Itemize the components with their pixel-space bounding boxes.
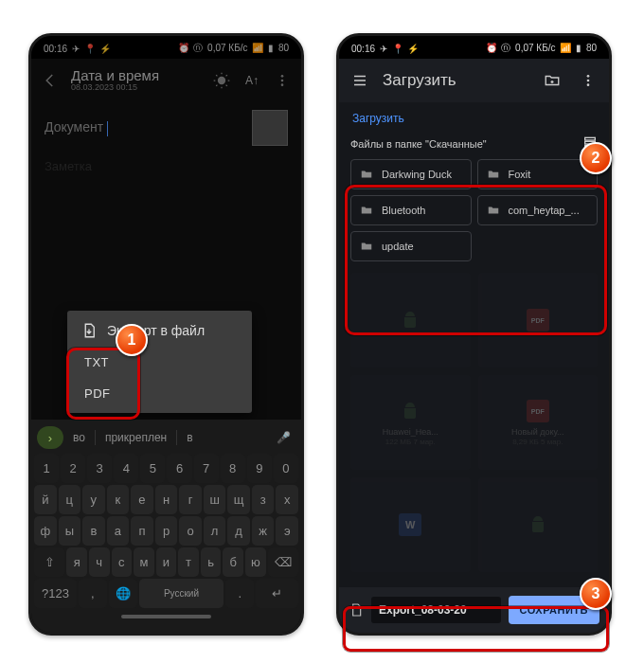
suggestion-go-icon[interactable]: › (37, 426, 63, 449)
file-tile[interactable]: PDF (478, 273, 599, 367)
signal-icon: ▮ (576, 43, 581, 53)
export-option-pdf[interactable]: PDF (67, 378, 252, 409)
key-ц[interactable]: ц (59, 485, 81, 514)
callout-2-badge: 2 (580, 142, 612, 174)
key-ф[interactable]: ф (34, 516, 57, 546)
svg-point-5 (587, 80, 590, 82)
new-folder-icon[interactable] (539, 67, 565, 94)
key-,[interactable]: , (79, 579, 107, 608)
key-3[interactable]: 3 (87, 454, 112, 483)
wifi-icon: 📶 (560, 43, 571, 53)
callout-3-badge: 3 (580, 578, 612, 610)
key-р[interactable]: р (155, 516, 178, 546)
key-я[interactable]: я (66, 547, 87, 577)
file-tile[interactable]: W (350, 477, 471, 572)
svg-point-4 (587, 75, 590, 78)
mic-icon[interactable]: 🎤 (277, 431, 298, 444)
key-9[interactable]: 9 (247, 454, 272, 483)
key-д[interactable]: д (227, 516, 250, 546)
key-ю[interactable]: ю (245, 547, 266, 577)
key-щ[interactable]: щ (227, 485, 250, 514)
key-0[interactable]: 0 (274, 454, 298, 483)
key-ж[interactable]: ж (252, 516, 275, 546)
file-picker-header: Загрузить (339, 59, 609, 102)
key-л[interactable]: л (204, 516, 226, 546)
flash-icon: ⚡ (407, 44, 419, 54)
folder-grid: Darkwing DuckFoxitBluetoothcom_heytap_..… (350, 159, 598, 261)
key-⌫[interactable]: ⌫ (268, 547, 298, 577)
file-tile[interactable]: Huawei_Hea...122 МБ 7 мар. (350, 375, 471, 470)
suggestion-1[interactable]: во (63, 431, 95, 444)
key-2[interactable]: 2 (61, 454, 85, 483)
key-7[interactable]: 7 (194, 454, 219, 483)
key-и[interactable]: и (156, 547, 177, 577)
key-к[interactable]: к (107, 485, 130, 514)
file-icon (349, 601, 364, 618)
key-🌐[interactable]: 🌐 (109, 579, 137, 608)
key-э[interactable]: э (276, 516, 298, 546)
telegram-icon: ✈ (380, 44, 387, 54)
key-б[interactable]: б (223, 547, 243, 577)
key-е[interactable]: е (131, 485, 153, 514)
file-tile[interactable] (478, 477, 599, 572)
filename-field[interactable]: Export_08-03-20 (371, 597, 501, 623)
key-г[interactable]: г (179, 485, 202, 514)
key-й[interactable]: й (34, 485, 57, 514)
alarm-icon: ⏰ (486, 43, 497, 53)
file-picker-title: Загрузить (383, 71, 529, 90)
status-time: 00:16 (351, 44, 375, 54)
key-п[interactable]: п (131, 516, 153, 546)
location-icon: 📍 (392, 44, 403, 54)
svg-rect-7 (585, 137, 596, 140)
key-ш[interactable]: ш (204, 485, 226, 514)
folder-item[interactable]: com_heytap_... (477, 195, 599, 225)
hamburger-menu-icon[interactable] (347, 67, 373, 94)
nav-bar (34, 610, 298, 623)
key-1[interactable]: 1 (34, 454, 59, 483)
file-picker-footer: Export_08-03-20 СОХРАНИТЬ (339, 587, 609, 633)
phone-left: 00:16 ✈ 📍 ⚡ ⏰ ⓝ 0,07 КБ/с 📶 ▮ 80 Дата и … (28, 33, 304, 636)
file-tile[interactable]: PDFНовый доку...8,29 КБ 5 мар. (478, 375, 599, 470)
key-о[interactable]: о (179, 516, 202, 546)
key-в[interactable]: в (82, 516, 105, 546)
key-ь[interactable]: ь (201, 547, 222, 577)
status-bar: 00:16 ✈ 📍 ⚡ ⏰ ⓝ 0,07 КБ/с 📶 ▮ 80 (339, 36, 609, 59)
file-grid: PDFHuawei_Hea...122 МБ 7 мар.PDFНовый до… (350, 273, 598, 572)
key-м[interactable]: м (134, 547, 154, 577)
key-↵[interactable]: ↵ (256, 579, 298, 608)
export-option-txt[interactable]: TXT (67, 347, 252, 378)
file-picker-body: Загрузить Файлы в папке "Скачанные" Dark… (339, 102, 609, 595)
suggestion-3[interactable]: в (177, 431, 202, 444)
key-4[interactable]: 4 (114, 454, 138, 483)
key-⇧[interactable]: ⇧ (34, 547, 64, 577)
key-х[interactable]: х (276, 485, 298, 514)
key-ы[interactable]: ы (59, 516, 81, 546)
key-8[interactable]: 8 (221, 454, 245, 483)
export-popup: Экспорт в файл TXT PDF (67, 311, 252, 413)
key-6[interactable]: 6 (167, 454, 191, 483)
key-у[interactable]: у (82, 485, 105, 514)
section-title: Файлы в папке "Скачанные" (350, 138, 487, 150)
file-tile[interactable] (350, 273, 471, 367)
key-?123[interactable]: ?123 (34, 579, 77, 608)
folder-item[interactable]: Foxit (477, 159, 599, 189)
breadcrumb[interactable]: Загрузить (350, 108, 598, 134)
folder-item[interactable]: Darkwing Duck (350, 159, 472, 189)
key-т[interactable]: т (178, 547, 199, 577)
callout-1-badge: 1 (116, 324, 148, 356)
key-с[interactable]: с (112, 547, 133, 577)
key-ч[interactable]: ч (89, 547, 110, 577)
key-Русский[interactable]: Русский (139, 579, 224, 608)
battery-icon: 80 (586, 43, 597, 53)
overflow-menu-icon[interactable] (575, 67, 601, 94)
home-indicator[interactable] (121, 615, 211, 618)
key-а[interactable]: а (107, 516, 130, 546)
key-.[interactable]: . (225, 579, 254, 608)
key-з[interactable]: з (252, 485, 275, 514)
phone-right: 00:16 ✈ 📍 ⚡ ⏰ ⓝ 0,07 КБ/с 📶 ▮ 80 Загрузи… (336, 33, 612, 636)
key-5[interactable]: 5 (140, 454, 165, 483)
suggestion-2[interactable]: прикреплен (96, 431, 176, 444)
folder-item[interactable]: update (350, 231, 472, 261)
key-н[interactable]: н (155, 485, 178, 514)
folder-item[interactable]: Bluetooth (350, 195, 472, 225)
